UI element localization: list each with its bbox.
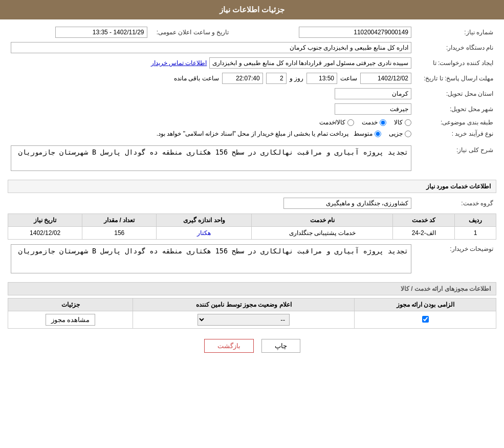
city-value: جیرفت (8, 101, 414, 117)
buyer-notes-label: توضیحات خریدار: (414, 242, 496, 277)
deadline-time-label: ساعت (340, 75, 357, 82)
service-group-table: گروه خدمت: کشاورزی، جنگلداری و ماهیگیری (8, 196, 496, 211)
announce-datetime-box: 1402/11/29 - 13:35 (55, 27, 147, 38)
category-radio-kala[interactable] (405, 119, 411, 126)
process-radio-jozii[interactable] (405, 131, 411, 137)
category-radio-khedmat[interactable] (380, 119, 386, 126)
cell-required (355, 311, 496, 329)
table-row: -- مشاهده مجوز (8, 311, 496, 329)
col-status: اعلام وضعیت مجوز توسط نامین کننده (133, 298, 355, 311)
need-desc-label: شرح کلی نیاز: (414, 143, 496, 175)
process-row: جزیی متوسط پرداخت تمام یا بخشی از مبلغ خ… (8, 128, 414, 139)
province-value: کرمان (8, 86, 414, 101)
col-details: جزئیات (8, 298, 133, 311)
cell-details: مشاهده مجوز (8, 311, 133, 329)
need-number-value: 1102004279000149 (243, 25, 415, 40)
buyer-org-value: اداره کل منابع طبیعی و ابخیزداری جنوب کر… (8, 40, 414, 55)
category-option-kala-khedmat[interactable]: کالا/خدمت (319, 119, 354, 126)
back-button[interactable]: بازگشت (204, 339, 254, 353)
buyer-notes-cell (8, 242, 414, 277)
col-code: کد خدمت (393, 214, 455, 227)
top-info-table: شماره نیاز: 1102004279000149 تاریخ و ساع… (8, 25, 496, 139)
page-wrapper: جزئیات اطلاعات نیاز شماره نیاز: 11020042… (0, 0, 504, 448)
cell-code: الف-2-24 (393, 227, 455, 240)
city-label: شهر محل تحویل: (414, 101, 496, 117)
service-group-box: کشاورزی، جنگلداری و ماهیگیری (283, 198, 411, 209)
cell-date: 1402/12/02 (8, 227, 82, 240)
category-radio-kala-khedmat[interactable] (347, 119, 354, 126)
deadline-row: 1402/12/02 ساعت 13:50 روز و 2 22:07:40 (8, 71, 414, 86)
buyer-notes-textarea[interactable] (11, 244, 411, 273)
category-option-kala[interactable]: کالا (394, 119, 411, 126)
services-section-title: اطلاعات خدمات مورد نیاز (8, 180, 496, 193)
col-qty: تعداد / مقدار (82, 214, 157, 227)
cell-unit: هکتار (157, 227, 252, 240)
permits-section-title: اطلاعات مجوزهای ارائه خدمت / کالا (8, 282, 496, 295)
col-rownum: ردیف (455, 214, 496, 227)
col-date: تاریخ نیاز (8, 214, 82, 227)
need-desc-cell: <script>/* filled below */</script> (8, 143, 414, 175)
creator-value: سپیده نادری جیرفتی مسئول امور قراردادها … (8, 55, 414, 71)
action-buttons: چاپ بازگشت (8, 339, 496, 353)
col-required: الزامی بودن ارائه مجوز (355, 298, 496, 311)
page-content: شماره نیاز: 1102004279000149 تاریخ و ساع… (0, 19, 504, 363)
required-checkbox[interactable] (422, 316, 429, 323)
deadline-days-box: 2 (266, 73, 287, 84)
print-button[interactable]: چاپ (261, 339, 300, 353)
buyer-org-label: نام دستگاه خریدار: (414, 40, 496, 55)
cell-status: -- (133, 311, 355, 329)
col-name: نام خدمت (252, 214, 393, 227)
deadline-label: مهلت ارسال پاسخ: تا تاریخ: (414, 71, 496, 86)
page-header: جزئیات اطلاعات نیاز (0, 0, 504, 19)
deadline-day-label: روز و (290, 75, 303, 82)
buyer-notes-table: توضیحات خریدار: (8, 242, 496, 277)
category-row: کالا خدمت کالا/خدمت (8, 117, 414, 128)
status-select[interactable]: -- (198, 314, 290, 326)
cell-rownum: 1 (455, 227, 496, 240)
province-box: کرمان (335, 88, 411, 99)
category-radio-group: کالا خدمت کالا/خدمت (11, 119, 411, 126)
category-option-khedmat[interactable]: خدمت (362, 119, 386, 126)
deadline-remaining-box: 22:07:40 (222, 73, 263, 84)
creator-label: ایجاد کننده درخواست: تا (414, 55, 496, 71)
process-note: پرداخت تمام یا بخشی از مبلغ خریدار از مح… (11, 130, 348, 137)
contact-link[interactable]: اطلاعات تماس خریدار (151, 59, 207, 67)
need-desc-table: شرح کلی نیاز: <script>/* filled below */… (8, 143, 496, 175)
announce-datetime-label: تاریخ و ساعت اعلان عمومی: (150, 25, 232, 40)
process-option-jozii[interactable]: جزیی (389, 130, 411, 137)
need-number-box: 1102004279000149 (299, 27, 411, 38)
service-group-label: گروه خدمت: (414, 196, 496, 211)
page-title: جزئیات اطلاعات نیاز (220, 5, 284, 14)
cell-name: خدمات پشتیبانی جنگلداری (252, 227, 393, 240)
city-box: جیرفت (335, 103, 411, 115)
category-label: طبقه بندی موضوعی: (414, 117, 496, 128)
permits-table: الزامی بودن ارائه مجوز اعلام وضعیت مجوز … (8, 298, 496, 329)
deadline-remaining-label: ساعت باقی مانده (174, 75, 219, 82)
table-row: 1 الف-2-24 خدمات پشتیبانی جنگلداری هکتار… (8, 227, 496, 240)
process-label: نوع فرآیند خرید : (414, 128, 496, 139)
services-table: ردیف کد خدمت نام خدمت واحد اندازه گیری ت… (8, 214, 496, 240)
need-desc-textarea[interactable]: <script>/* filled below */</script> (11, 145, 411, 171)
announce-datetime-value: 1402/11/29 - 13:35 (8, 25, 150, 40)
process-radio-motevasset[interactable] (375, 131, 381, 137)
province-label: استان محل تحویل: (414, 86, 496, 101)
col-unit: واحد اندازه گیری (157, 214, 252, 227)
process-option-motevasset[interactable]: متوسط (354, 130, 381, 137)
deadline-date-box: 1402/12/02 (360, 73, 411, 84)
creator-box: سپیده نادری جیرفتی مسئول امور قراردادها … (209, 57, 411, 69)
deadline-time-box: 13:50 (306, 73, 337, 84)
process-radio-group: جزیی متوسط (354, 130, 411, 137)
service-group-value: کشاورزی، جنگلداری و ماهیگیری (8, 196, 414, 211)
view-permit-button[interactable]: مشاهده مجوز (46, 314, 96, 326)
buyer-org-box: اداره کل منابع طبیعی و ابخیزداری جنوب کر… (11, 42, 411, 53)
need-number-label: شماره نیاز: (414, 25, 496, 40)
cell-qty: 156 (82, 227, 157, 240)
